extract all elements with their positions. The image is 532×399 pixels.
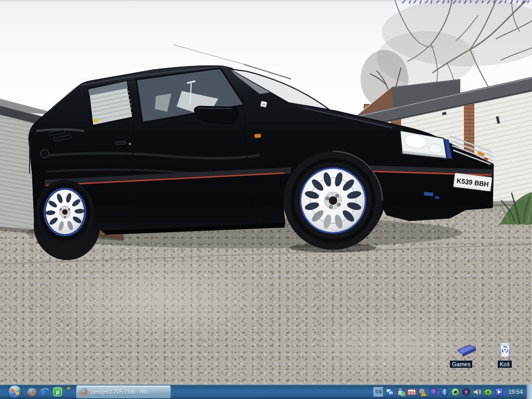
side-indicator — [255, 134, 261, 138]
desktop-icon-games[interactable] — [454, 342, 477, 360]
svg-text:!: ! — [423, 392, 424, 396]
network-icon[interactable] — [385, 388, 394, 396]
desktop-icon-recycle-bin-label[interactable]: Koš — [498, 361, 512, 368]
temperature-monitor-icon[interactable]: N/A — [407, 388, 416, 396]
fuel-cap — [41, 150, 49, 158]
front-wheel — [284, 151, 382, 250]
antivirus-shield-icon[interactable] — [429, 388, 438, 396]
start-button[interactable] — [8, 384, 22, 399]
show-desktop-edge[interactable] — [526, 384, 532, 399]
nvidia-settings-icon[interactable] — [484, 388, 493, 396]
recycle-bin-icon — [497, 339, 513, 358]
svg-text:µ: µ — [56, 389, 59, 395]
desktop-icon-games-label[interactable]: Games — [450, 361, 472, 368]
power-manager-icon[interactable] — [462, 388, 471, 396]
firefox-icon[interactable] — [27, 387, 36, 396]
desktop: 4A — [0, 0, 532, 399]
tax-disc: 4A — [260, 101, 267, 107]
language-indicator[interactable]: CS — [374, 387, 383, 397]
usb-icon[interactable] — [396, 388, 405, 396]
task-button-label: peugeot 205 club - Mo... — [91, 389, 153, 395]
desktop-icon-recycle-bin[interactable] — [497, 339, 513, 361]
firefox-icon — [80, 388, 88, 396]
rear-wheel — [36, 180, 94, 244]
bluetooth-icon[interactable] — [440, 388, 449, 396]
webcam-icon[interactable] — [451, 388, 460, 396]
wallpaper-photo: 4A — [0, 0, 532, 384]
system-tray: CS N/A ! — [374, 387, 526, 397]
taskbar-clock[interactable]: 19:54 — [508, 389, 523, 395]
media-player-icon[interactable] — [495, 388, 503, 396]
taskbar: e µ » peugeot 205 club - Mo... CS — [0, 384, 532, 399]
games-folder-icon — [454, 342, 477, 357]
svg-text:N/A: N/A — [409, 390, 415, 394]
utorrent-icon[interactable]: µ — [53, 387, 62, 396]
quick-launch-overflow-chevron[interactable]: » — [66, 385, 70, 391]
task-button-browser[interactable]: peugeot 205 club - Mo... — [76, 385, 171, 398]
internet-explorer-icon[interactable]: e — [40, 387, 49, 396]
volume-icon[interactable] — [473, 388, 482, 396]
quick-launch: e µ — [27, 387, 62, 396]
car-rear-quarter-window — [88, 81, 133, 126]
hardware-warning-icon[interactable]: ! — [418, 388, 427, 396]
